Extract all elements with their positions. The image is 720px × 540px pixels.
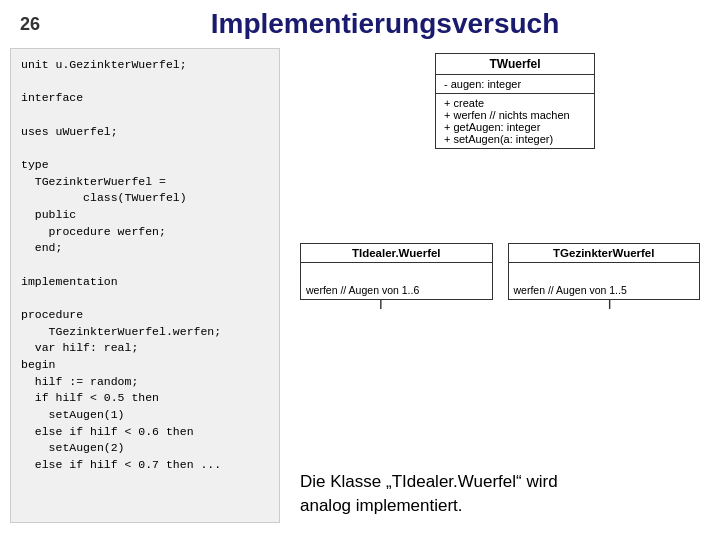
- code-line: setAugen(1): [21, 407, 269, 424]
- code-line: public: [21, 207, 269, 224]
- code-line: [21, 140, 269, 157]
- uml-method: + werfen // nichts machen: [444, 109, 586, 121]
- slide-number: 26: [20, 14, 50, 35]
- sub-box-tgezinkter: TGezinkterWuerfel werfen // Augen von 1.…: [508, 243, 701, 300]
- code-line: [21, 107, 269, 124]
- sub-box-tidealer: TIdealer.Wuerfel werfen // Augen von 1..…: [300, 243, 493, 300]
- code-panel: unit u.GezinkterWuerfel; interface uses …: [10, 48, 280, 523]
- uml-method: + create: [444, 97, 586, 109]
- code-line: begin: [21, 357, 269, 374]
- code-line: TGezinkterWuerfel.werfen;: [21, 324, 269, 341]
- code-line: [21, 257, 269, 274]
- code-line: unit u.GezinkterWuerfel;: [21, 57, 269, 74]
- uml-methods: + create + werfen // nichts machen + get…: [436, 94, 594, 148]
- uml-attributes: - augen: integer: [436, 75, 594, 94]
- uml-area: ist ist TWuerfel - augen: integer + crea…: [295, 48, 705, 455]
- uml-main-box: TWuerfel - augen: integer + create + wer…: [435, 53, 595, 149]
- sub-boxes-row: TIdealer.Wuerfel werfen // Augen von 1..…: [300, 243, 700, 300]
- sub-box-tidealer-method: werfen // Augen von 1..6: [301, 281, 492, 299]
- code-line: uses uWuerfel;: [21, 124, 269, 141]
- code-line: [21, 290, 269, 307]
- code-line: else if hilf < 0.7 then ...: [21, 457, 269, 474]
- code-line: var hilf: real;: [21, 340, 269, 357]
- code-line: type: [21, 157, 269, 174]
- main-content: unit u.GezinkterWuerfel; interface uses …: [0, 48, 720, 533]
- code-line: class(TWuerfel): [21, 190, 269, 207]
- bottom-text-line2: analog implementiert.: [300, 494, 700, 518]
- sub-box-tidealer-body: [301, 263, 492, 281]
- sub-box-tgezinkter-body: [509, 263, 700, 281]
- code-line: procedure werfen;: [21, 224, 269, 241]
- header: 26 Implementierungsversuch: [0, 0, 720, 48]
- bottom-text-line1: Die Klasse „TIdealer.Wuerfel“ wird: [300, 470, 700, 494]
- uml-main-box-title: TWuerfel: [436, 54, 594, 75]
- code-line: interface: [21, 90, 269, 107]
- sub-box-tidealer-title: TIdealer.Wuerfel: [301, 244, 492, 263]
- code-line: [21, 74, 269, 91]
- code-line: implementation: [21, 274, 269, 291]
- diagram-panel: ist ist TWuerfel - augen: integer + crea…: [290, 48, 710, 523]
- code-line: procedure: [21, 307, 269, 324]
- code-line: if hilf < 0.5 then: [21, 390, 269, 407]
- code-line: setAugen(2): [21, 440, 269, 457]
- page-title: Implementierungsversuch: [70, 8, 700, 40]
- uml-method: + setAugen(a: integer): [444, 133, 586, 145]
- code-line: end;: [21, 240, 269, 257]
- code-line: else if hilf < 0.6 then: [21, 424, 269, 441]
- code-line: hilf := random;: [21, 374, 269, 391]
- uml-attribute: - augen: integer: [444, 78, 586, 90]
- code-line: TGezinkterWuerfel =: [21, 174, 269, 191]
- sub-box-tgezinkter-title: TGezinkterWuerfel: [509, 244, 700, 263]
- bottom-text: Die Klasse „TIdealer.Wuerfel“ wird analo…: [295, 455, 705, 523]
- uml-method: + getAugen: integer: [444, 121, 586, 133]
- sub-box-tgezinkter-method: werfen // Augen von 1..5: [509, 281, 700, 299]
